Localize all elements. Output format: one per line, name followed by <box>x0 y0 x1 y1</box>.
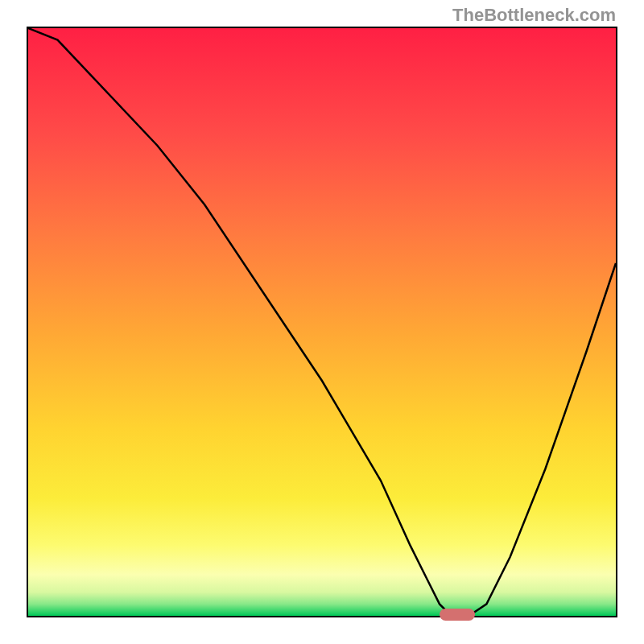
attribution-text: TheBottleneck.com <box>452 5 616 26</box>
optimal-marker <box>440 609 475 621</box>
bottleneck-curve <box>28 28 616 616</box>
plot-area <box>27 27 617 617</box>
chart-container: TheBottleneck.com <box>0 0 644 644</box>
